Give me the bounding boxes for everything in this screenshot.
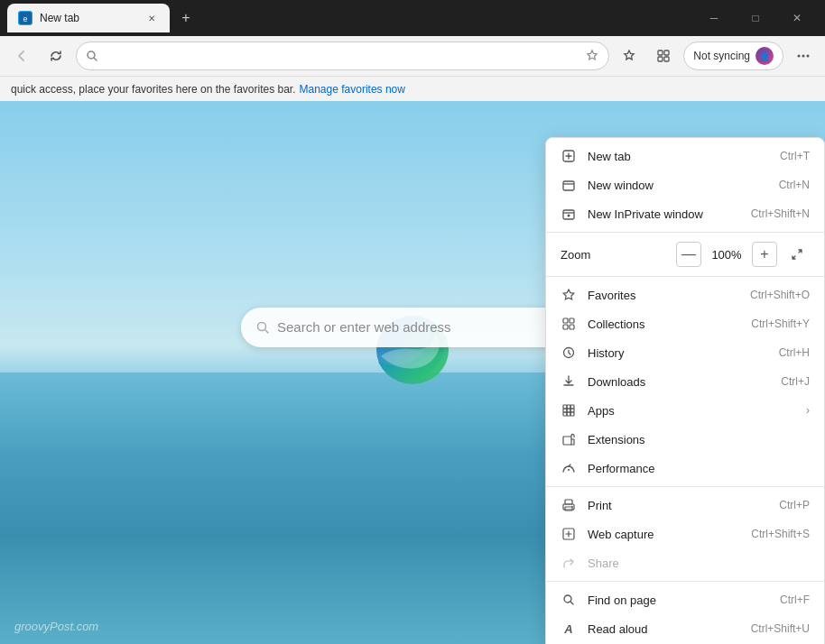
back-button[interactable]	[7, 41, 36, 70]
menu-label-find-on-page: Find on page	[588, 593, 769, 607]
page-search-bar[interactable]: Search or enter web address	[241, 308, 584, 347]
svg-point-35	[571, 506, 573, 508]
menu-label-share: Share	[588, 557, 810, 570]
shortcut-read-aloud: Ctrl+Shift+U	[751, 622, 810, 635]
collections-button[interactable]	[649, 41, 678, 70]
address-input[interactable]	[104, 50, 579, 63]
svg-point-9	[807, 55, 810, 58]
shortcut-downloads: Ctrl+J	[781, 375, 810, 388]
browser-content: Search or enter web address groovyPost.c…	[0, 101, 825, 644]
svg-rect-18	[563, 325, 568, 329]
page-search-placeholder: Search or enter web address	[277, 319, 451, 335]
menu-label-performance: Performance	[588, 462, 810, 475]
tab-close-button[interactable]: ✕	[144, 11, 159, 25]
shortcut-new-tab: Ctrl+T	[780, 150, 810, 162]
menu-item-read-aloud[interactable]: A Read aloud Ctrl+Shift+U	[546, 614, 824, 643]
svg-rect-26	[570, 409, 574, 412]
active-tab[interactable]: e New tab ✕	[7, 4, 170, 32]
favorites-bar: quick access, place your favorites here …	[0, 76, 825, 101]
menu-label-web-capture: Web capture	[588, 528, 740, 541]
menu-label-apps: Apps	[588, 404, 795, 418]
history-icon	[561, 345, 577, 361]
zoom-row: Zoom — 100% +	[546, 236, 824, 272]
collections-icon	[561, 316, 577, 332]
zoom-expand-button[interactable]	[784, 242, 810, 267]
read-aloud-icon: A	[561, 621, 577, 637]
svg-point-2	[88, 51, 95, 59]
svg-rect-32	[565, 500, 572, 504]
zoom-out-button[interactable]: —	[676, 242, 701, 267]
tab-favicon: e	[18, 11, 32, 25]
refresh-button[interactable]	[42, 41, 70, 70]
menu-item-apps[interactable]: Apps ›	[546, 396, 824, 425]
menu-label-favorites: Favorites	[588, 289, 739, 302]
svg-rect-30	[563, 437, 571, 445]
title-bar: e New tab ✕ + ─ □ ✕	[0, 0, 825, 36]
extensions-icon	[561, 431, 577, 447]
svg-point-7	[798, 55, 801, 58]
minimize-button[interactable]: ─	[693, 4, 735, 32]
menu-item-favorites[interactable]: Favorites Ctrl+Shift+O	[546, 281, 824, 309]
manage-favorites-link[interactable]: Manage favorites now	[300, 83, 405, 96]
tab-title: New tab	[40, 12, 137, 24]
svg-rect-34	[565, 507, 572, 511]
svg-point-15	[568, 215, 570, 217]
menu-item-performance[interactable]: Performance	[546, 454, 824, 483]
window-controls: ─ □ ✕	[693, 4, 818, 32]
svg-rect-16	[563, 318, 568, 323]
favorites-icon	[561, 287, 577, 303]
menu-item-share: Share	[546, 548, 824, 577]
svg-rect-23	[570, 405, 574, 409]
zoom-value: 100%	[709, 248, 745, 262]
print-icon	[561, 497, 577, 513]
page-search-icon	[255, 320, 270, 335]
svg-text:e: e	[23, 14, 27, 23]
menu-item-print[interactable]: Print Ctrl+P	[546, 491, 824, 520]
sync-button[interactable]: Not syncing 👤	[683, 41, 783, 70]
shortcut-print: Ctrl+P	[779, 499, 810, 511]
divider-2	[546, 276, 824, 277]
menu-item-extensions[interactable]: Extensions	[546, 425, 824, 454]
menu-item-web-capture[interactable]: Web capture Ctrl+Shift+S	[546, 520, 824, 548]
new-tab-icon	[561, 148, 577, 164]
svg-rect-13	[563, 181, 574, 190]
menu-label-history: History	[588, 346, 768, 360]
shortcut-web-capture: Ctrl+Shift+S	[751, 528, 810, 540]
shortcut-history: Ctrl+H	[779, 346, 810, 359]
toolbar: Not syncing 👤	[0, 36, 825, 76]
inprivate-icon	[561, 206, 577, 222]
favorites-star-icon[interactable]	[585, 49, 599, 63]
menu-label-print: Print	[588, 499, 768, 512]
shortcut-find-on-page: Ctrl+F	[780, 593, 810, 606]
maximize-button[interactable]: □	[735, 4, 776, 32]
svg-rect-5	[658, 57, 663, 61]
svg-rect-4	[664, 51, 669, 55]
shortcut-new-window: Ctrl+N	[779, 179, 810, 191]
settings-menu-button[interactable]	[789, 41, 818, 70]
zoom-in-button[interactable]: +	[752, 242, 777, 267]
divider-4	[546, 581, 824, 582]
menu-item-collections[interactable]: Collections Ctrl+Shift+Y	[546, 309, 824, 338]
menu-item-inprivate[interactable]: New InPrivate window Ctrl+Shift+N	[546, 199, 824, 228]
menu-label-inprivate: New InPrivate window	[588, 207, 740, 221]
new-tab-button[interactable]: +	[173, 5, 199, 31]
menu-label-extensions: Extensions	[588, 433, 810, 446]
address-bar[interactable]	[76, 41, 609, 70]
menu-item-find-on-page[interactable]: Find on page Ctrl+F	[546, 585, 824, 614]
svg-rect-17	[570, 318, 574, 323]
divider-1	[546, 232, 824, 233]
profile-avatar: 👤	[755, 47, 774, 65]
star-button[interactable]	[615, 41, 644, 70]
menu-label-collections: Collections	[588, 317, 740, 331]
menu-item-downloads[interactable]: Downloads Ctrl+J	[546, 367, 824, 396]
menu-item-new-window[interactable]: New window Ctrl+N	[546, 170, 824, 199]
svg-rect-29	[570, 412, 574, 416]
menu-item-new-tab[interactable]: New tab Ctrl+T	[546, 142, 824, 170]
apps-arrow-icon: ›	[806, 404, 810, 417]
close-button[interactable]: ✕	[776, 4, 818, 32]
menu-item-history[interactable]: History Ctrl+H	[546, 338, 824, 367]
svg-point-11	[258, 322, 266, 330]
svg-point-31	[568, 469, 570, 471]
svg-point-8	[802, 55, 805, 58]
svg-rect-19	[570, 325, 574, 329]
